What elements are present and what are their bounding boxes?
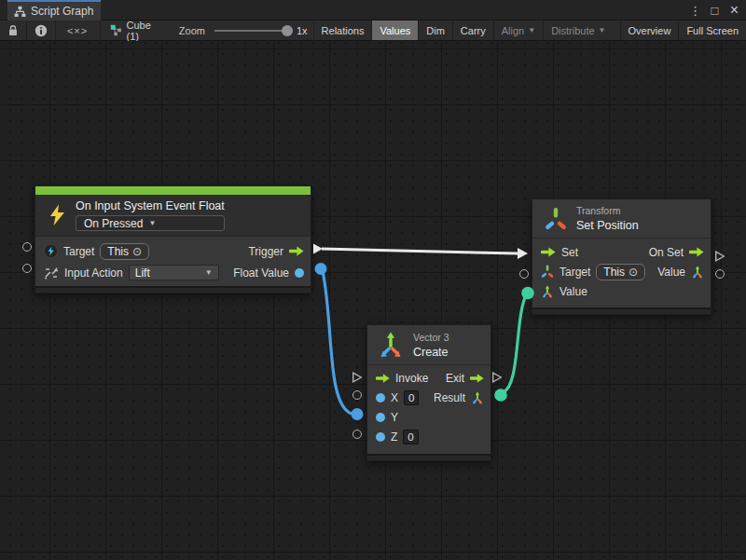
this-chip-label: This bbox=[107, 245, 129, 258]
value-out-vector3-port[interactable] bbox=[691, 266, 704, 279]
transform-target-ext-port[interactable] bbox=[519, 269, 529, 279]
event-target-this-chip[interactable]: This ⊙ bbox=[100, 243, 149, 260]
event-mode-dropdown[interactable]: On Pressed ▼ bbox=[76, 215, 225, 231]
wire-trigger-to-set bbox=[313, 244, 528, 260]
info-button[interactable] bbox=[27, 20, 55, 40]
graph-hierarchy-icon bbox=[14, 6, 26, 18]
zoom-control: Zoom 1x bbox=[173, 20, 313, 40]
input-action-dropdown[interactable]: Lift ▼ bbox=[129, 265, 219, 280]
transform-target-this-chip[interactable]: This ⊙ bbox=[596, 264, 645, 280]
graph-toolbar: <×> Cube (1) Zoom 1x Relations V bbox=[0, 20, 746, 41]
graph-breadcrumb[interactable]: Cube (1) bbox=[101, 20, 160, 40]
node-type-label: Transform bbox=[576, 205, 639, 216]
event-accent-bar bbox=[35, 186, 311, 195]
target-port-label: Target bbox=[560, 266, 590, 279]
node-vector3-create[interactable]: Vector 3 Create Invoke Exit bbox=[366, 324, 491, 461]
vector3-invoke-ext-port[interactable] bbox=[352, 370, 363, 381]
node-transform-set-position[interactable]: Transform Set Position Set On Set bbox=[532, 198, 711, 315]
z-value-field[interactable]: 0 bbox=[403, 430, 418, 444]
result-vector3-port[interactable] bbox=[471, 391, 484, 404]
vector3-icon bbox=[377, 331, 405, 359]
event-target-icon bbox=[44, 244, 58, 258]
vector3-z-ext-port[interactable] bbox=[352, 430, 362, 439]
graph-canvas[interactable]: On Input System Event Float On Pressed ▼ bbox=[0, 41, 746, 560]
input-action-value: Lift bbox=[135, 266, 150, 280]
node-title: Create bbox=[413, 346, 449, 359]
vector3-x-ext-port[interactable] bbox=[352, 390, 362, 400]
value-in-vector3-port[interactable] bbox=[541, 285, 554, 298]
chevron-down-icon: ▼ bbox=[148, 219, 156, 227]
exit-control-port[interactable] bbox=[470, 374, 484, 383]
y-input-port[interactable] bbox=[376, 413, 385, 422]
tab-script-graph[interactable]: Script Graph bbox=[7, 0, 101, 20]
invoke-port-label: Invoke bbox=[395, 372, 428, 385]
zoom-slider-handle[interactable] bbox=[282, 25, 293, 36]
node-on-input-system-event-float[interactable]: On Input System Event Float On Pressed ▼ bbox=[35, 185, 311, 294]
input-action-port-label: Input Action bbox=[64, 266, 123, 280]
overview-button[interactable]: Overview bbox=[620, 20, 679, 40]
event-target-ext-port[interactable] bbox=[22, 242, 32, 252]
chevron-down-icon: ▼ bbox=[205, 268, 213, 277]
lock-icon bbox=[7, 24, 19, 36]
transform-on-set-ext-port[interactable] bbox=[715, 249, 725, 260]
node-footer bbox=[367, 454, 490, 460]
input-action-icon bbox=[44, 266, 59, 280]
zoom-slider[interactable] bbox=[214, 25, 291, 36]
on-set-port-label: On Set bbox=[649, 246, 684, 259]
node-footer bbox=[35, 286, 311, 293]
node-title: On Input System Event Float bbox=[76, 199, 225, 212]
zoom-label: Zoom bbox=[179, 25, 205, 36]
x-port-label: X bbox=[391, 391, 398, 404]
distribute-label: Distribute bbox=[551, 25, 594, 36]
value-in-port-label: Value bbox=[560, 285, 587, 298]
set-port-label: Set bbox=[561, 246, 578, 259]
align-dropdown[interactable]: Align ▼ bbox=[493, 20, 543, 40]
set-control-port[interactable] bbox=[541, 247, 556, 257]
preview-code-button[interactable]: <×> bbox=[55, 20, 100, 40]
transform-mini-icon[interactable] bbox=[541, 265, 554, 279]
result-port-label: Result bbox=[434, 391, 465, 404]
value-out-port-label: Value bbox=[657, 266, 685, 279]
toolbar-toggles: Relations Values Dim Carry Align ▼ Distr… bbox=[313, 20, 746, 40]
event-input-action-ext-port[interactable] bbox=[22, 264, 32, 273]
chevron-down-icon: ▼ bbox=[599, 26, 606, 34]
unity-script-graph-window: Script Graph ⋮ □ × bbox=[0, 0, 746, 560]
invoke-control-port[interactable] bbox=[376, 374, 390, 383]
distribute-dropdown[interactable]: Distribute ▼ bbox=[543, 20, 613, 40]
object-picker-icon: ⊙ bbox=[132, 245, 142, 258]
close-icon[interactable]: × bbox=[726, 2, 742, 19]
wire-result-to-value bbox=[494, 287, 534, 402]
object-picker-icon: ⊙ bbox=[629, 266, 638, 279]
zoom-slider-track[interactable] bbox=[214, 30, 291, 32]
transform-icon bbox=[544, 206, 568, 232]
maximize-icon[interactable]: □ bbox=[707, 2, 723, 19]
exit-port-label: Exit bbox=[446, 372, 464, 385]
float-value-port-label: Float Value bbox=[233, 266, 289, 280]
script-graph-asset-icon bbox=[110, 24, 122, 36]
on-set-control-port[interactable] bbox=[689, 247, 704, 257]
vector3-exit-ext-port[interactable] bbox=[492, 370, 503, 381]
lock-button[interactable] bbox=[0, 20, 26, 40]
node-footer bbox=[532, 307, 711, 314]
dim-toggle[interactable]: Dim bbox=[418, 20, 452, 40]
relations-toggle[interactable]: Relations bbox=[313, 20, 372, 40]
zoom-value: 1x bbox=[297, 25, 308, 36]
graph-breadcrumb-label: Cube (1) bbox=[127, 20, 151, 42]
trigger-control-port[interactable] bbox=[289, 246, 304, 256]
x-input-port[interactable] bbox=[376, 393, 385, 403]
event-mode-value: On Pressed bbox=[84, 217, 143, 230]
lightning-bolt-icon bbox=[48, 204, 67, 226]
float-value-port[interactable] bbox=[295, 268, 304, 278]
values-toggle[interactable]: Values bbox=[371, 20, 418, 40]
target-port-label: Target bbox=[63, 245, 94, 258]
fullscreen-button[interactable]: Full Screen bbox=[678, 20, 746, 40]
trigger-port-label: Trigger bbox=[248, 245, 283, 258]
window-menu-icon[interactable]: ⋮ bbox=[687, 2, 703, 19]
node-type-label: Vector 3 bbox=[413, 332, 449, 343]
x-value-field[interactable]: 0 bbox=[404, 390, 419, 405]
title-bar: Script Graph ⋮ □ × bbox=[0, 0, 746, 20]
chevron-down-icon: ▼ bbox=[528, 26, 535, 34]
z-input-port[interactable] bbox=[376, 432, 385, 442]
carry-toggle[interactable]: Carry bbox=[452, 20, 493, 40]
transform-value-out-ext-port[interactable] bbox=[715, 269, 725, 279]
